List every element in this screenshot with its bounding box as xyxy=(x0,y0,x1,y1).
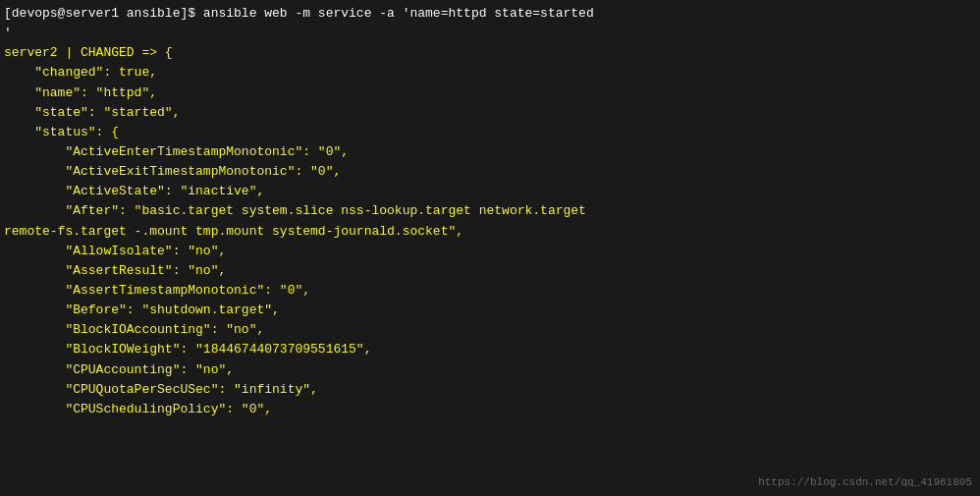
output-container: server2 | CHANGED => { "changed": true, … xyxy=(0,43,980,419)
output-line: "ActiveState": "inactive", xyxy=(0,182,980,201)
output-line: "state": "started", xyxy=(0,103,980,123)
output-line: "BlockIOAccounting": "no", xyxy=(0,320,980,340)
output-line: "status": { xyxy=(0,123,980,142)
output-line: "AssertTimestampMonotonic": "0", xyxy=(0,281,980,301)
output-line: "AllowIsolate": "no", xyxy=(0,242,980,261)
watermark: https://blog.csdn.net/qq_41961805 xyxy=(758,476,972,488)
output-line: "CPUAccounting": "no", xyxy=(0,360,980,380)
output-line: "After": "basic.target system.slice nss-… xyxy=(0,201,980,221)
output-line: "name": "httpd", xyxy=(0,83,980,103)
output-line: "CPUSchedulingPolicy": "0", xyxy=(0,400,980,419)
output-line: "ActiveEnterTimestampMonotonic": "0", xyxy=(0,142,980,162)
output-line: "AssertResult": "no", xyxy=(0,261,980,281)
output-line: "BlockIOWeight": "18446744073709551615", xyxy=(0,340,980,359)
terminal-window: [devops@server1 ansible]$ ansible web -m… xyxy=(0,0,980,496)
output-line: "Before": "shutdown.target", xyxy=(0,301,980,320)
command-continuation: ' xyxy=(0,24,980,43)
output-line: remote-fs.target -.mount tmp.mount syste… xyxy=(0,222,980,242)
command-line: [devops@server1 ansible]$ ansible web -m… xyxy=(0,4,980,24)
output-line: server2 | CHANGED => { xyxy=(0,43,980,63)
output-line: "ActiveExitTimestampMonotonic": "0", xyxy=(0,162,980,182)
output-line: "CPUQuotaPerSecUSec": "infinity", xyxy=(0,380,980,400)
output-line: "changed": true, xyxy=(0,63,980,83)
